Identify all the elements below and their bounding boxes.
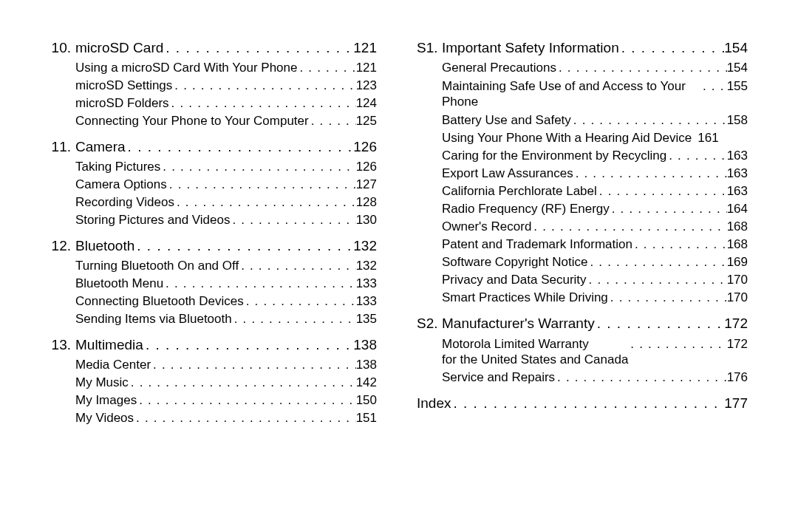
toc-leader-dots: . . . . . . . . . . . . . . . . . . . . … (239, 259, 355, 273)
toc-sub-title: Privacy and Data Security (442, 273, 587, 287)
toc-sub-page: 127 (356, 177, 377, 192)
toc-leader-dots: . . . . . . . . . . . . . . . . . . . . … (169, 96, 356, 111)
toc-chapter-number: S2. (417, 316, 442, 332)
toc-sub-page: 158 (727, 113, 748, 128)
toc-sub-title: Caring for the Environment by Recycling (442, 149, 666, 163)
toc-sub-row: Radio Frequency (RF) Energy. . . . . . .… (417, 202, 748, 216)
toc-chapter-number: 11. (50, 139, 75, 155)
toc-sub-page: 172 (727, 337, 748, 352)
toc-leader-dots: . . . . . . . . . . . . . . . . . . . . … (597, 184, 727, 199)
toc-sub-title: Export Law Assurances (442, 166, 573, 181)
toc-sub-page: 176 (727, 370, 748, 385)
toc-chapter-page: 172 (724, 316, 748, 332)
toc-chapter-number: S1. (417, 40, 442, 56)
toc-chapter-row: S2.Manufacturer's Warranty. . . . . . . … (417, 316, 748, 332)
toc-sub-row: Caring for the Environment by Recycling.… (417, 149, 748, 163)
toc-sub-title: Owner's Record (442, 219, 531, 234)
toc-sub-title: Motorola Limited Warrantyfor the United … (442, 336, 628, 368)
toc-sub-row: Connecting Your Phone to Your Computer. … (50, 114, 377, 129)
toc-sub-page: 151 (356, 411, 377, 426)
toc-sub-title: microSD Settings (75, 78, 172, 93)
toc-sub-row: microSD Settings. . . . . . . . . . . . … (50, 78, 377, 93)
toc-sub-page: 138 (356, 358, 377, 372)
toc-chapter-page: 132 (353, 238, 377, 254)
toc-sub-title: Radio Frequency (RF) Energy (442, 202, 610, 216)
toc-sub-row: Battery Use and Safety. . . . . . . . . … (417, 113, 748, 128)
toc-leader-dots: . . . . . . . . . . . . . . . . . . . . … (163, 276, 356, 291)
toc-chapter-number: 12. (50, 238, 75, 254)
toc-leader-dots: . . . . . . . . . . . . . . . . . . . . … (571, 113, 727, 128)
toc-leader-dots: . . . . . . . . . . . . . . . . . . . . … (700, 79, 727, 94)
toc-sub-page: 161 (698, 131, 718, 146)
toc-sub-row: Service and Repairs. . . . . . . . . . .… (417, 370, 748, 385)
toc-sub-title: Service and Repairs (442, 370, 555, 385)
toc-sub-page: 150 (356, 393, 377, 408)
toc-sub-title: Software Copyright Notice (442, 255, 587, 270)
toc-sub-page: 123 (356, 78, 377, 93)
toc-sub-title: California Perchlorate Label (442, 184, 597, 199)
toc-chapter-row: 10.microSD Card. . . . . . . . . . . . .… (50, 40, 377, 56)
toc-leader-dots: . . . . . . . . . . . . . . . . . . . . … (451, 395, 724, 412)
toc-sub-page: 121 (356, 61, 377, 75)
toc-sub-title: Bluetooth Menu (75, 276, 163, 291)
toc-sub-title: Turning Bluetooth On and Off (75, 259, 239, 273)
toc-sub-page: 130 (356, 213, 377, 228)
toc-leader-dots: . . . . . . . . . . . . . . . . . . . . … (531, 219, 726, 234)
toc-sub-page: 168 (727, 237, 748, 252)
toc-sub-row: Recording Videos. . . . . . . . . . . . … (50, 195, 377, 210)
toc-sub-row: Privacy and Data Security. . . . . . . .… (417, 273, 748, 287)
toc-sub-row: General Precautions. . . . . . . . . . .… (417, 61, 748, 75)
toc-chapter-title: Camera (75, 139, 126, 155)
toc-sub-title: Maintaining Safe Use of and Access to Yo… (442, 78, 700, 110)
toc-index-title: Index (417, 395, 451, 412)
toc-leader-dots: . . . . . . . . . . . . . . . . . . . . … (163, 40, 353, 56)
toc-leader-dots: . . . . . . . . . . . . . . . . . . . . … (556, 61, 727, 75)
toc-leader-dots: . . . . . . . . . . . . . . . . . . . . … (608, 290, 727, 305)
toc-sub-title: Media Center (75, 358, 151, 372)
toc-chapter-number: 13. (50, 337, 75, 353)
toc-sub-title: Smart Practices While Driving (442, 290, 608, 305)
toc-sub-page: 125 (356, 114, 377, 129)
toc-chapter-page: 121 (353, 40, 377, 56)
toc-chapter-title: Bluetooth (75, 238, 134, 254)
toc-sub-row: Software Copyright Notice. . . . . . . .… (417, 255, 748, 270)
toc-index-page: 177 (724, 395, 748, 412)
toc-sub-title: Storing Pictures and Videos (75, 213, 230, 228)
toc-leader-dots: . . . . . . . . . . . . . . . . . . . . … (126, 139, 354, 155)
toc-leader-dots: . . . . . . . . . . . . . . . . . . . . … (134, 238, 353, 254)
toc-leader-dots: . . . . . . . . . . . . . . . . . . . . … (555, 370, 727, 385)
toc-sub-page: 155 (727, 79, 748, 94)
toc-sub-page: 170 (727, 290, 748, 305)
toc-column-left: 10.microSD Card. . . . . . . . . . . . .… (30, 40, 399, 502)
toc-leader-dots: . . . . . . . . . . . . . . . . . . . . … (573, 166, 727, 181)
toc-sub-title: My Images (75, 393, 137, 408)
toc-sub-row: My Music. . . . . . . . . . . . . . . . … (50, 375, 377, 390)
toc-sub-title: Patent and Trademark Information (442, 237, 632, 252)
toc-sub-title: Connecting Bluetooth Devices (75, 294, 244, 309)
toc-leader-dots: . . . . . . . . . . . . . . . . . . . . … (172, 78, 355, 93)
toc-sub-page: 133 (356, 276, 377, 291)
toc-sub-page: 169 (727, 255, 748, 270)
toc-sub-row: Export Law Assurances. . . . . . . . . .… (417, 166, 748, 181)
toc-leader-dots: . . . . . . . . . . . . . . . . . . . . … (610, 202, 727, 216)
toc-chapter-row: S1.Important Safety Information. . . . .… (417, 40, 748, 56)
toc-sub-page: 163 (727, 149, 748, 163)
toc-sub-title: Taking Pictures (75, 160, 160, 174)
toc-sub-page: 163 (727, 184, 748, 199)
toc-sub-row: Bluetooth Menu. . . . . . . . . . . . . … (50, 276, 377, 291)
toc-leader-dots: . . . . . . . . . . . . . . . . . . . . … (297, 61, 355, 75)
toc-sub-row: Patent and Trademark Information. . . . … (417, 237, 748, 252)
toc-chapter-row: 13.Multimedia. . . . . . . . . . . . . .… (50, 337, 377, 353)
toc-chapter-row: 12.Bluetooth. . . . . . . . . . . . . . … (50, 238, 377, 254)
toc-column-right: S1.Important Safety Information. . . . .… (399, 40, 768, 502)
toc-index-row: Index. . . . . . . . . . . . . . . . . .… (417, 395, 748, 412)
toc-sub-row: My Videos. . . . . . . . . . . . . . . .… (50, 411, 377, 426)
toc-sub-row: Media Center. . . . . . . . . . . . . . … (50, 358, 377, 372)
toc-sub-row: Storing Pictures and Videos. . . . . . .… (50, 213, 377, 228)
toc-sub-page: 154 (727, 61, 748, 75)
toc-sub-row: Using a microSD Card With Your Phone. . … (50, 61, 377, 75)
toc-leader-dots: . . . . . . . . . . . . . . . . . . . . … (244, 294, 356, 309)
toc-leader-dots: . . . . . . . . . . . . . . . . . . . . … (619, 40, 725, 56)
toc-sub-page: 142 (356, 375, 377, 390)
toc-chapter-row: 11.Camera. . . . . . . . . . . . . . . .… (50, 139, 377, 155)
